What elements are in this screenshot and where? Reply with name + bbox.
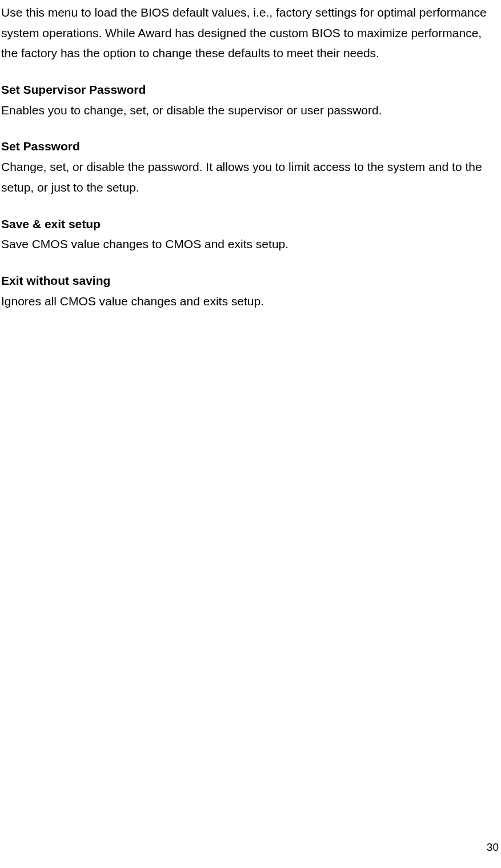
page-content: Use this menu to load the BIOS default v… <box>0 2 501 311</box>
section-body: Save CMOS value changes to CMOS and exit… <box>1 234 500 254</box>
section-exit-without-saving: Exit without saving Ignores all CMOS val… <box>1 270 500 311</box>
intro-paragraph: Use this menu to load the BIOS default v… <box>1 2 500 63</box>
section-save-exit-setup: Save & exit setup Save CMOS value change… <box>1 214 500 254</box>
section-body: Change, set, or disable the password. It… <box>1 157 500 197</box>
section-body: Enables you to change, set, or disable t… <box>1 100 500 121</box>
section-heading: Save & exit setup <box>1 214 500 234</box>
section-set-password: Set Password Change, set, or disable the… <box>1 136 500 197</box>
section-heading: Set Password <box>1 136 500 157</box>
section-body: Ignores all CMOS value changes and exits… <box>1 291 500 312</box>
section-heading: Set Supervisor Password <box>1 79 500 100</box>
section-set-supervisor-password: Set Supervisor Password Enables you to c… <box>1 79 500 120</box>
page-number: 30 <box>487 838 499 857</box>
section-heading: Exit without saving <box>1 270 500 291</box>
